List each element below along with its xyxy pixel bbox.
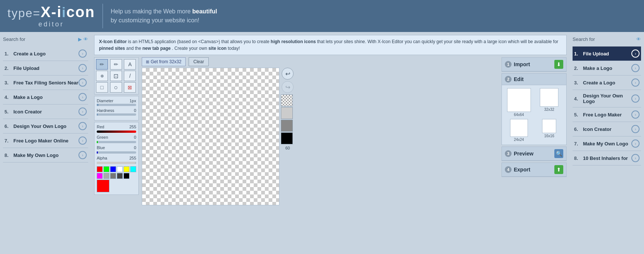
swatch-darkgray[interactable]: [117, 173, 123, 179]
right-arrow-7[interactable]: ›: [631, 139, 640, 148]
right-sidebar-item-make-own-logo[interactable]: 7. Make My Own Logo ›: [573, 136, 641, 151]
pencil-tool[interactable]: ✏: [96, 59, 108, 70]
right-search-label: Search for: [573, 36, 595, 42]
swatch-yellow[interactable]: [124, 166, 129, 172]
text-tool[interactable]: A: [124, 59, 136, 70]
alpha-slider[interactable]: [97, 162, 136, 164]
size-16-label: 16x16: [544, 134, 554, 138]
right-eye-icon[interactable]: 👁: [636, 36, 641, 42]
undo-button[interactable]: ↩: [282, 68, 294, 80]
preview-box-64[interactable]: [507, 88, 531, 112]
swatch-cyan[interactable]: [130, 166, 136, 172]
checker-bg-button[interactable]: [281, 94, 293, 106]
swatch-lightgray[interactable]: [103, 173, 109, 179]
line-tool[interactable]: /: [124, 71, 136, 81]
canvas-area: ⊞ Get from 32x32 Clear ↩ ↪: [142, 57, 499, 205]
sidebar-item-make-logo[interactable]: 4. Make a Logo ›: [3, 90, 88, 105]
right-arrow-4[interactable]: ›: [631, 94, 640, 103]
sidebar-label-5: Icon Creator: [13, 109, 79, 115]
right-sidebar-search-row: Search for 👁: [573, 35, 641, 44]
swatch-white[interactable]: [117, 166, 123, 172]
black-bg-button[interactable]: [281, 132, 293, 144]
eye-icon[interactable]: 👁: [83, 36, 88, 42]
right-arrow-3[interactable]: ›: [631, 78, 640, 87]
arrow-4[interactable]: ›: [79, 93, 87, 101]
sidebar-item-create-logo[interactable]: 1. Create a Logo ›: [3, 46, 88, 61]
swatch-red[interactable]: [97, 166, 103, 172]
site-icon-bold: site icon: [208, 46, 227, 51]
circle-tool[interactable]: ○: [110, 82, 122, 93]
tools-grid: ✏ ✏ A ⊕ ⊡ / □ ○ ⊠: [94, 57, 139, 94]
right-sidebar-item-create-logo[interactable]: 3. Create a Logo ›: [573, 75, 641, 90]
left-search-label: Search for: [3, 36, 25, 42]
arrow-7[interactable]: ›: [79, 136, 87, 145]
canvas-grid[interactable]: [142, 68, 279, 205]
rect-tool[interactable]: □: [96, 82, 108, 93]
right-arrow-1[interactable]: ›: [631, 49, 640, 58]
right-arrow-8[interactable]: ›: [631, 154, 640, 162]
right-search-icons: 👁: [636, 36, 641, 42]
swatch-midgray[interactable]: [110, 173, 116, 179]
right-sidebar-item-design-logo[interactable]: 4. Design Your Own Logo ›: [573, 90, 641, 107]
right-sidebar-label-7: Make My Own Logo: [583, 141, 631, 147]
undo-redo: ↩ ↪: [281, 68, 294, 93]
arrow-1[interactable]: ›: [79, 49, 87, 58]
right-sidebar-label-3: Create a Logo: [583, 80, 631, 86]
red-slider[interactable]: [97, 131, 136, 133]
diameter-slider[interactable]: [97, 104, 136, 106]
tagline-bold: beautiful: [192, 8, 217, 15]
right-sidebar-item-10-best[interactable]: 8. 10 Best Inhalers for ›: [573, 151, 641, 165]
swatch-red2[interactable]: [97, 180, 109, 192]
swatch-green[interactable]: [103, 166, 109, 172]
arrow-8[interactable]: ›: [79, 151, 87, 159]
clear-button[interactable]: Clear: [189, 57, 209, 66]
blue-slider[interactable]: [97, 151, 136, 154]
green-slider[interactable]: [97, 141, 136, 143]
swatch-blue[interactable]: [110, 166, 116, 172]
right-sidebar-item-make-logo[interactable]: 2. Make a Logo ›: [573, 61, 641, 75]
brush-tool[interactable]: ✏: [110, 59, 122, 70]
right-sidebar-item-icon-creator[interactable]: 6. Icon Creator ›: [573, 122, 641, 136]
right-sidebar-label-5: Free Logo Maker: [583, 112, 631, 118]
export-button[interactable]: ⬆: [554, 165, 563, 174]
fill-tool[interactable]: ⊡: [110, 71, 122, 81]
sidebar-item-free-tax[interactable]: 3. Free Tax Filing Seniors Near ›: [3, 75, 88, 90]
eraser-tool[interactable]: ⊠: [124, 82, 136, 93]
eyedropper-tool[interactable]: ⊕: [96, 71, 108, 81]
sidebar-item-free-logo-maker[interactable]: 7. Free Logo Maker Online ›: [3, 134, 88, 148]
arrow-3[interactable]: ›: [79, 78, 87, 87]
right-arrow-2[interactable]: ›: [631, 64, 640, 72]
sidebar-label-4: Make a Logo: [13, 94, 79, 100]
blue-value: 0: [134, 145, 136, 150]
header-tagline: Help us making the Web more beautiful by…: [110, 7, 217, 25]
main-layout: Search for ▶ 👁 1. Create a Logo › 2. Fil…: [0, 32, 644, 254]
arrow-2[interactable]: ›: [79, 64, 87, 72]
sidebar-item-make-own-logo[interactable]: 8. Make My Own Logo ›: [3, 148, 88, 163]
gray-bg-button[interactable]: [281, 107, 293, 119]
sidebar-item-file-upload[interactable]: 2. File Upload ›: [3, 61, 88, 75]
right-sidebar-item-file-upload[interactable]: 1. File Upload ›: [573, 46, 641, 61]
preview-button[interactable]: 🔍: [554, 149, 563, 158]
preview-box-32[interactable]: [540, 88, 558, 107]
canvas-size-label: 60: [281, 146, 294, 150]
swatch-magenta[interactable]: [97, 173, 103, 179]
arrow-6[interactable]: ›: [79, 122, 87, 130]
sidebar-num-3: 3.: [4, 80, 11, 86]
get-from-button[interactable]: ⊞ Get from 32x32: [142, 57, 186, 66]
dark-bg-button[interactable]: [281, 120, 293, 132]
sidebar-item-icon-creator[interactable]: 5. Icon Creator ›: [3, 105, 88, 119]
preview-box-16[interactable]: [542, 119, 556, 133]
sidebar-item-design-logo[interactable]: 6. Design Your Own Logo ›: [3, 119, 88, 134]
play-icon[interactable]: ▶: [78, 36, 82, 42]
arrow-5[interactable]: ›: [79, 107, 87, 116]
hardness-slider[interactable]: [97, 113, 136, 116]
right-arrow-5[interactable]: ›: [631, 110, 640, 119]
right-sidebar-item-free-logo-maker[interactable]: 5. Free Logo Maker ›: [573, 107, 641, 122]
right-arrow-6[interactable]: ›: [631, 125, 640, 133]
color-controls: Red 255 Green 0 Blue 0: [94, 122, 139, 195]
redo-button[interactable]: ↪: [282, 81, 294, 93]
swatch-black[interactable]: [124, 173, 129, 179]
logo-text: type=X-iicon: [7, 4, 95, 20]
import-button[interactable]: ⬇: [554, 60, 563, 69]
preview-box-24[interactable]: [510, 119, 528, 137]
